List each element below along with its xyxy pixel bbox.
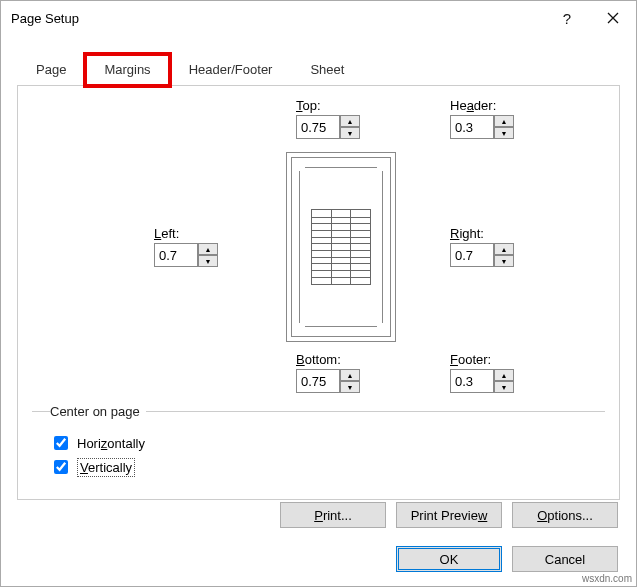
center-vertically-checkbox[interactable]: [54, 460, 68, 474]
margin-right-input[interactable]: [450, 243, 494, 267]
tab-header-footer[interactable]: Header/Footer: [170, 54, 292, 86]
margin-right-group: Right: ▲▼: [450, 226, 530, 267]
margin-header-group: Header: ▲▼: [450, 98, 530, 139]
dialog-content: Page Margins Header/Footer Sheet Top: ▲▼…: [1, 35, 636, 500]
tab-strip: Page Margins Header/Footer Sheet: [17, 53, 620, 86]
margin-left-input[interactable]: [154, 243, 198, 267]
margin-footer-input[interactable]: [450, 369, 494, 393]
margin-left-group: Left: ▲▼: [154, 226, 234, 267]
margin-right-spinner[interactable]: ▲▼: [494, 243, 514, 267]
watermark: wsxdn.com: [582, 573, 632, 584]
options-button[interactable]: Options...: [512, 502, 618, 528]
center-horizontally-checkbox[interactable]: [54, 436, 68, 450]
tab-margins[interactable]: Margins: [85, 54, 169, 86]
center-horizontally[interactable]: Horizontally: [50, 433, 605, 453]
page-preview: [286, 152, 396, 342]
action-buttons-row2: OK Cancel: [396, 546, 618, 572]
margin-top-spinner[interactable]: ▲▼: [340, 115, 360, 139]
center-vertically[interactable]: Vertically: [50, 457, 605, 477]
tab-page[interactable]: Page: [17, 54, 85, 86]
help-button[interactable]: ?: [544, 1, 590, 35]
titlebar: Page Setup ?: [1, 1, 636, 35]
margin-bottom-input[interactable]: [296, 369, 340, 393]
preview-grid: [311, 209, 371, 285]
action-buttons-row1: Print... Print Preview Options...: [280, 502, 618, 528]
margin-header-spinner[interactable]: ▲▼: [494, 115, 514, 139]
margin-top-input[interactable]: [296, 115, 340, 139]
print-preview-button[interactable]: Print Preview: [396, 502, 502, 528]
margin-left-spinner[interactable]: ▲▼: [198, 243, 218, 267]
margin-bottom-label: Bottom:: [296, 352, 376, 367]
page-setup-dialog: Page Setup ? Page Margins Header/Footer …: [0, 0, 637, 587]
margin-left-label: Left:: [154, 226, 234, 241]
margin-bottom-spinner[interactable]: ▲▼: [340, 369, 360, 393]
close-icon: [607, 12, 619, 24]
margins-panel: Top: ▲▼ Header: ▲▼ Left:: [17, 86, 620, 500]
margin-bottom-group: Bottom: ▲▼: [296, 352, 376, 393]
margin-header-input[interactable]: [450, 115, 494, 139]
print-button[interactable]: Print...: [280, 502, 386, 528]
close-button[interactable]: [590, 1, 636, 35]
center-horizontally-label: Horizontally: [77, 436, 145, 451]
cancel-button[interactable]: Cancel: [512, 546, 618, 572]
center-on-page-legend: Center on page: [50, 404, 146, 419]
margin-footer-group: Footer: ▲▼: [450, 352, 530, 393]
margins-area: Top: ▲▼ Header: ▲▼ Left:: [32, 98, 605, 398]
center-on-page-group: Center on page Horizontally Vertically: [32, 404, 605, 481]
margin-top-label: Top:: [296, 98, 376, 113]
ok-button[interactable]: OK: [396, 546, 502, 572]
margin-header-label: Header:: [450, 98, 530, 113]
tab-sheet[interactable]: Sheet: [291, 54, 363, 86]
margin-top-group: Top: ▲▼: [296, 98, 376, 139]
center-vertically-label: Vertically: [77, 458, 135, 477]
margin-right-label: Right:: [450, 226, 530, 241]
margin-footer-label: Footer:: [450, 352, 530, 367]
margin-footer-spinner[interactable]: ▲▼: [494, 369, 514, 393]
window-title: Page Setup: [11, 11, 544, 26]
